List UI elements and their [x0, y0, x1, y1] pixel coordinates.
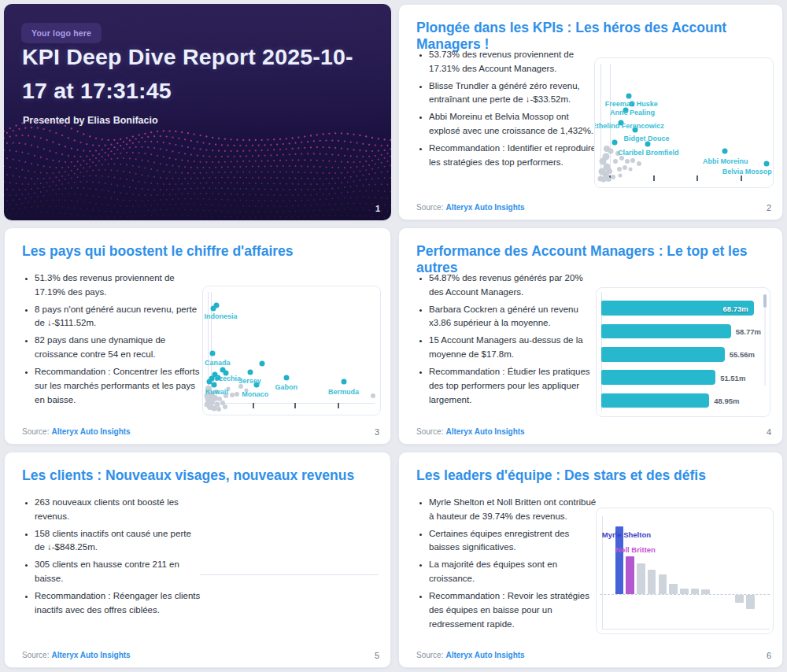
bar-value-label: 58.77m — [736, 327, 761, 336]
bullet-item: La majorité des équipes sont en croissan… — [429, 558, 597, 586]
source-prefix: Source: — [416, 651, 443, 659]
slide-4-account-managers-performance: Performance des Account Managers : Le to… — [398, 227, 783, 445]
scrollbar-thumb[interactable] — [763, 294, 767, 308]
scatter-point-label: Bermuda — [328, 388, 359, 396]
bullet-item: Abbi Moreinu et Belvia Mossop ont explos… — [429, 110, 597, 138]
scatter-point-gray — [608, 149, 614, 154]
scatter-point-label: Indonesia — [204, 312, 237, 320]
bar — [648, 570, 656, 594]
bullet-item: 263 nouveaux clients ont boosté les reve… — [35, 496, 203, 524]
bullet-item: Recommandation : Étudier les pratiques d… — [429, 365, 597, 407]
scatter-point-label: Belvia Mossop — [722, 168, 772, 175]
chart-scatter: IndonesiaCanadaCzechiaJerseyKuwaitMonaco… — [202, 286, 381, 415]
bullet-list: 51.3% des revenus proviennent de 17.19% … — [24, 271, 203, 410]
bullet-item: Recommandation : Réengager les clients i… — [35, 589, 203, 618]
bar — [701, 589, 710, 594]
bullet-list: 53.73% des revenus proviennent de 17.31%… — [418, 48, 597, 173]
scatter-point-label: Abbi Moreinu — [703, 157, 748, 165]
scatter-point — [248, 370, 253, 375]
page-number: 6 — [767, 651, 771, 660]
source-line: Source:Alteryx Auto Insights — [416, 427, 525, 436]
scatter-point — [259, 360, 264, 366]
scatter-point-gray — [204, 401, 209, 407]
scatter-point-gray — [617, 167, 622, 172]
bar — [680, 589, 689, 594]
scatter-point — [211, 305, 216, 311]
bar-value-label: 48.95m — [714, 397, 739, 405]
source-link[interactable]: Alteryx Auto Insights — [445, 651, 524, 659]
chart-bar-horizontal: 68.73m58.77m55.56m51.51m48.95m — [596, 287, 770, 417]
bar-value-label: 55.56m — [730, 350, 755, 359]
slide-title: Les leaders d'équipe : Des stars et des … — [416, 467, 771, 484]
scatter-point-gray — [608, 169, 612, 174]
chart-scatter: Freeman HuskeAnne PealingEthelind Ferenc… — [594, 57, 774, 188]
bullet-item: Blisse Trundler a généré zéro revenu, en… — [429, 79, 597, 108]
bar — [691, 589, 700, 594]
scatter-point-label: Ethelind Ferencowicz — [594, 122, 664, 130]
scatter-point — [342, 379, 347, 385]
x-axis-tick — [338, 403, 339, 408]
scatter-point-gray — [611, 175, 615, 179]
scatter-point — [211, 382, 216, 387]
slide-5-customers: Les clients : Nouveaux visages, nouveaux… — [4, 452, 391, 668]
bullet-item: 8 pays n'ont généré aucun revenu, perte … — [35, 303, 203, 331]
scatter-point-gray — [371, 393, 375, 398]
scatter-point-label: Kuwait — [205, 388, 229, 396]
scatter-point-gray — [238, 384, 243, 389]
report-title: KPI Deep Dive Report 2025-10-17 at 17:31… — [22, 40, 360, 108]
scatter-point-gray — [212, 395, 218, 401]
source-line: Source:Alteryx Auto Insights — [22, 651, 131, 659]
scatter-point — [611, 140, 617, 146]
bar — [669, 584, 678, 594]
source-link[interactable]: Alteryx Auto Insights — [51, 427, 130, 436]
bullet-item: 51.3% des revenus proviennent de 17.19% … — [35, 271, 203, 300]
bullet-item: Barbara Cockren a généré un revenu x3.86… — [429, 303, 597, 331]
bullet-item: Recommandation : Concentrer les efforts … — [35, 365, 203, 407]
page-number: 4 — [767, 427, 771, 437]
scatter-point-gray — [216, 407, 221, 412]
scrollbar-track — [764, 308, 766, 386]
zero-line — [600, 594, 769, 595]
scatter-point-gray — [630, 158, 635, 163]
report-slide-grid: Your logo here KPI Deep Dive Report 2025… — [0, 0, 787, 672]
source-prefix: Source: — [22, 651, 49, 659]
scatter-point-gray — [235, 392, 239, 397]
bullet-item: Certaines équipes enregistrent des baiss… — [429, 527, 597, 556]
bullet-list: 263 nouveaux clients ont boosté les reve… — [24, 496, 203, 621]
bullet-item: 158 clients inactifs ont causé une perte… — [35, 527, 203, 556]
source-line: Source:Alteryx Auto Insights — [416, 651, 525, 659]
bar-value-label: 51.51m — [720, 373, 745, 382]
page-number: 5 — [375, 651, 379, 660]
slide-title: Les pays qui boostent le chiffre d'affai… — [22, 243, 379, 260]
chart-bar-vertical: Myrle SheltonNoll Britten — [596, 508, 774, 634]
bullet-item: 15 Account Managers au-dessus de la moye… — [429, 334, 597, 362]
bullet-item: Recommandation : Identifier et reproduir… — [429, 142, 597, 170]
x-axis-line — [602, 629, 770, 630]
page-number: 2 — [767, 203, 771, 212]
bar — [626, 556, 634, 594]
source-link[interactable]: Alteryx Auto Insights — [445, 427, 524, 436]
bar-name-label: Noll Britten — [615, 545, 656, 554]
scatter-point-gray — [637, 161, 641, 166]
scatter-point-gray — [601, 170, 607, 175]
source-link[interactable]: Alteryx Auto Insights — [51, 651, 130, 659]
bullet-item: 305 clients en hausse contre 211 en bais… — [35, 558, 203, 586]
source-prefix: Source: — [22, 427, 49, 436]
scatter-point — [722, 149, 727, 154]
bullet-item: 54.87% des revenus générés par 20% des A… — [429, 271, 597, 300]
source-link[interactable]: Alteryx Auto Insights — [445, 203, 524, 212]
bar — [746, 595, 755, 609]
page-number: 1 — [375, 204, 380, 213]
bullet-item: 82 pays dans une dynamique de croissance… — [35, 334, 203, 362]
bullet-item: Recommandation : Revoir les stratégies d… — [429, 589, 597, 631]
source-prefix: Source: — [416, 203, 443, 212]
bullet-item: Myrle Shelton et Noll Britten ont contri… — [429, 496, 597, 524]
bar — [601, 393, 710, 408]
scatter-point-gray — [623, 165, 627, 170]
bar-value-label: 68.73m — [723, 304, 748, 312]
bar — [601, 347, 725, 362]
slide-3-countries-revenue: Les pays qui boostent le chiffre d'affai… — [4, 227, 391, 445]
bar: 68.73m — [601, 301, 754, 316]
scatter-point-gray — [618, 174, 622, 178]
source-line: Source:Alteryx Auto Insights — [22, 427, 131, 436]
